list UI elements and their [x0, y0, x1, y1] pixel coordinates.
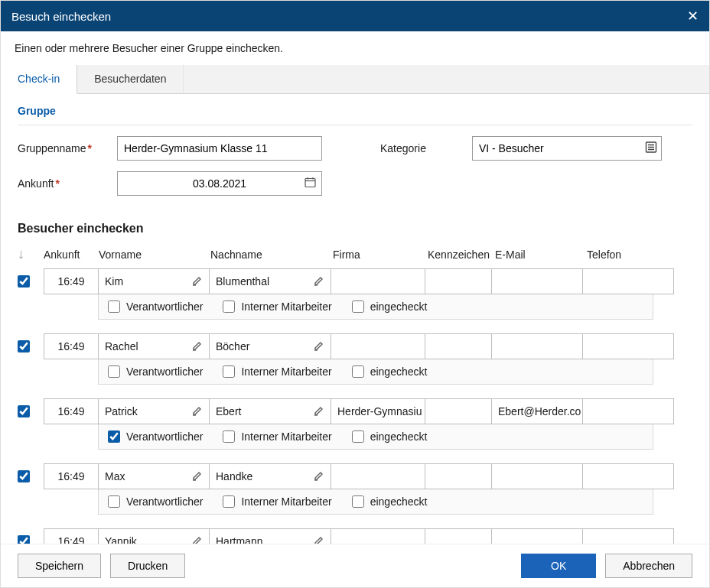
- label-arrival: Ankunft*: [18, 177, 109, 190]
- edit-icon: [192, 535, 203, 544]
- cell-email[interactable]: [491, 333, 583, 359]
- cell-plate[interactable]: [425, 268, 492, 294]
- checkbox-internal[interactable]: Interner Mitarbeiter: [223, 365, 331, 378]
- checkbox-checkedin[interactable]: eingecheckt: [352, 365, 428, 378]
- checkbox-responsible[interactable]: Verantwortlicher: [108, 430, 203, 443]
- required-marker: *: [55, 177, 59, 190]
- tab-strip: Check-in Besucherdaten: [1, 65, 709, 94]
- cell-email[interactable]: [491, 268, 583, 294]
- col-email[interactable]: E-Mail: [495, 249, 587, 261]
- edit-icon: [314, 535, 324, 544]
- cell-lastname[interactable]: Hartmann: [209, 528, 331, 544]
- cell-email[interactable]: Ebert@Herder.co: [491, 398, 583, 424]
- label-groupname: Gruppenname*: [18, 142, 109, 154]
- tab-checkin[interactable]: Check-in: [1, 65, 77, 94]
- sort-indicator[interactable]: ↓: [18, 246, 44, 262]
- col-firstname[interactable]: Vorname: [99, 249, 210, 261]
- col-plate[interactable]: Kennzeichen: [428, 249, 495, 261]
- cell-lastname[interactable]: Böcher: [209, 333, 331, 359]
- ok-button[interactable]: OK: [521, 554, 596, 578]
- checkbox-checkedin[interactable]: eingecheckt: [352, 495, 428, 508]
- close-icon[interactable]: ✕: [687, 9, 699, 23]
- select-category[interactable]: [472, 136, 662, 161]
- row-select-checkbox[interactable]: [18, 340, 30, 352]
- visitor-sub-row: VerantwortlicherInterner Mitarbeitereing…: [98, 359, 653, 385]
- col-company[interactable]: Firma: [333, 249, 428, 261]
- checkbox-responsible[interactable]: Verantwortlicher: [108, 365, 203, 378]
- cell-lastname[interactable]: Blumenthal: [209, 268, 331, 294]
- dialog-subtitle: Einen oder mehrere Besucher einer Gruppe…: [1, 31, 709, 65]
- dialog-scroll-pane[interactable]: Einen oder mehrere Besucher einer Gruppe…: [1, 31, 709, 544]
- cell-firstname[interactable]: Patrick: [98, 398, 210, 424]
- visitor-sub-row: VerantwortlicherInterner Mitarbeitereing…: [98, 489, 653, 515]
- checkbox-responsible[interactable]: Verantwortlicher: [108, 495, 203, 508]
- cell-phone[interactable]: [582, 268, 674, 294]
- cell-firstname[interactable]: Yannik: [98, 528, 210, 544]
- cell-arrival[interactable]: 16:49: [44, 333, 99, 359]
- row-select-checkbox[interactable]: [18, 405, 30, 417]
- label-category: Kategorie: [380, 142, 426, 154]
- required-marker: *: [88, 142, 92, 154]
- edit-icon: [314, 405, 324, 418]
- dialog-window: Besuch einchecken ✕ Einen oder mehrere B…: [0, 0, 710, 588]
- cell-firstname[interactable]: Rachel: [98, 333, 210, 359]
- checkbox-responsible[interactable]: Verantwortlicher: [108, 300, 203, 313]
- row-select-checkbox[interactable]: [18, 275, 30, 288]
- divider: [18, 125, 692, 125]
- checkbox-checkedin[interactable]: eingecheckt: [352, 430, 428, 443]
- row-select-checkbox[interactable]: [18, 470, 30, 482]
- checkbox-checkedin[interactable]: eingecheckt: [352, 300, 428, 313]
- col-lastname[interactable]: Nachname: [210, 249, 333, 261]
- input-groupname[interactable]: [117, 136, 322, 161]
- cell-company[interactable]: [331, 528, 425, 544]
- cell-company[interactable]: [331, 463, 425, 489]
- edit-icon: [192, 405, 203, 418]
- cell-email[interactable]: [491, 528, 583, 544]
- row-select-cell: [18, 528, 44, 544]
- cell-phone[interactable]: [582, 333, 674, 359]
- row-select-cell: [18, 463, 44, 489]
- visitor-row: 16:49RachelBöcherVerantwortlicherInterne…: [18, 333, 692, 385]
- col-phone[interactable]: Telefon: [587, 249, 679, 261]
- cell-phone[interactable]: [582, 528, 674, 544]
- visitor-row: 16:49MaxHandkeVerantwortlicherInterner M…: [18, 463, 692, 515]
- cell-phone[interactable]: [582, 463, 674, 489]
- cell-phone[interactable]: [582, 398, 674, 424]
- save-button[interactable]: Speichern: [18, 554, 101, 578]
- cell-plate[interactable]: [425, 333, 492, 359]
- visitor-row: 16:49PatrickEbertHerder-GymnasiuEbert@He…: [18, 398, 692, 450]
- visitor-main-row: 16:49RachelBöcher: [18, 333, 692, 359]
- checkin-heading: Besucher einchecken: [1, 217, 709, 243]
- cell-firstname[interactable]: Max: [98, 463, 210, 489]
- cell-firstname[interactable]: Kim: [98, 268, 210, 294]
- cell-lastname[interactable]: Ebert: [209, 398, 331, 424]
- col-arrival[interactable]: Ankunft: [44, 249, 99, 261]
- visitor-row: 16:49KimBlumenthalVerantwortlicherIntern…: [18, 268, 692, 320]
- cell-company[interactable]: [331, 268, 425, 294]
- cell-lastname[interactable]: Handke: [209, 463, 331, 489]
- cancel-button[interactable]: Abbrechen: [605, 554, 692, 578]
- cell-arrival[interactable]: 16:49: [44, 398, 99, 424]
- visitor-main-row: 16:49PatrickEbertHerder-GymnasiuEbert@He…: [18, 398, 692, 424]
- edit-icon: [192, 470, 203, 483]
- cell-arrival[interactable]: 16:49: [44, 268, 99, 294]
- cell-email[interactable]: [491, 463, 583, 489]
- cell-arrival[interactable]: 16:49: [44, 528, 99, 544]
- row-select-checkbox[interactable]: [18, 535, 30, 544]
- cell-company[interactable]: Herder-Gymnasiu: [331, 398, 425, 424]
- print-button[interactable]: Drucken: [110, 554, 185, 578]
- cell-plate[interactable]: [425, 528, 492, 544]
- cell-company[interactable]: [331, 333, 425, 359]
- checkbox-internal[interactable]: Interner Mitarbeiter: [223, 430, 331, 443]
- checkbox-internal[interactable]: Interner Mitarbeiter: [223, 495, 331, 508]
- input-arrival-date[interactable]: [117, 171, 322, 196]
- checkbox-internal[interactable]: Interner Mitarbeiter: [223, 300, 331, 313]
- arrow-down-icon: ↓: [18, 246, 24, 262]
- cell-plate[interactable]: [425, 398, 492, 424]
- cell-arrival[interactable]: 16:49: [44, 463, 99, 489]
- cell-plate[interactable]: [425, 463, 492, 489]
- tab-visitor-data[interactable]: Besucherdaten: [77, 65, 184, 93]
- select-category-wrap: [472, 136, 662, 161]
- group-section-title: Gruppe: [18, 105, 692, 117]
- row-groupname: Gruppenname* Kategorie: [18, 136, 692, 161]
